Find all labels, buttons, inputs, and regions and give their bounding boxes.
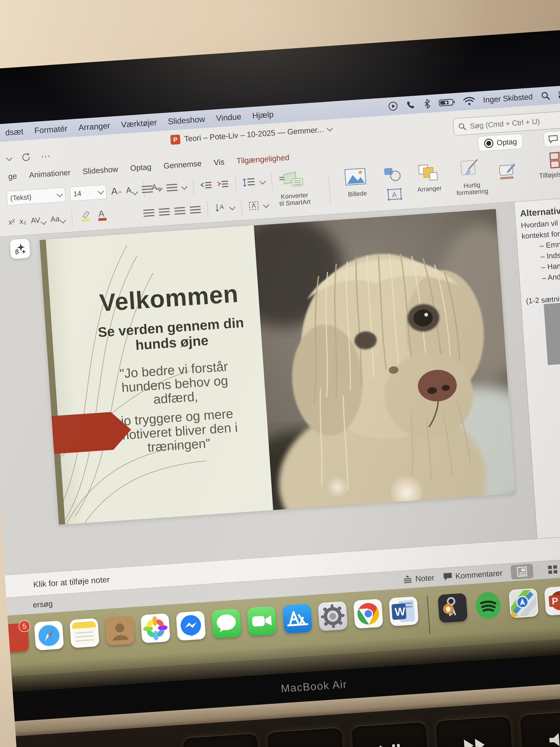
search-placeholder: Søg (Cmd + Ctrl + U) bbox=[470, 117, 540, 130]
menu-item-indsaet[interactable]: dsæt bbox=[5, 127, 24, 137]
noter-label: Noter bbox=[415, 573, 435, 584]
indent-icon[interactable] bbox=[217, 179, 229, 191]
comment-button[interactable]: K bbox=[543, 130, 560, 147]
bluetooth-icon[interactable] bbox=[423, 99, 431, 109]
tab-optag[interactable]: Optag bbox=[130, 162, 152, 173]
menu-item-formater[interactable]: Formatér bbox=[34, 124, 68, 135]
dock-app-contacts[interactable] bbox=[105, 616, 135, 646]
refresh-icon[interactable] bbox=[21, 152, 31, 163]
highlighter-icon[interactable] bbox=[79, 209, 92, 225]
dock-app-chrome[interactable] bbox=[353, 599, 383, 629]
superscript-button[interactable]: x² bbox=[8, 217, 15, 226]
dock-app-maps[interactable] bbox=[509, 588, 539, 618]
key-mute-f10[interactable]: F10 bbox=[520, 710, 560, 747]
dock-app-facetime[interactable] bbox=[247, 606, 277, 636]
tab-animationer[interactable]: Animationer bbox=[29, 168, 71, 180]
outdent-icon[interactable] bbox=[200, 180, 213, 192]
line-spacing-icon[interactable] bbox=[242, 177, 256, 189]
dock-app-app-store[interactable] bbox=[282, 603, 312, 634]
dock-app-keychain[interactable] bbox=[437, 593, 468, 623]
ink-button[interactable] bbox=[495, 162, 522, 183]
key-play-pause-f8[interactable]: F8 bbox=[351, 721, 430, 747]
menu-item-hjaelp[interactable]: Hjælp bbox=[252, 110, 274, 121]
record-label: Optag bbox=[497, 137, 517, 147]
text-placeholder-icon[interactable] bbox=[248, 201, 260, 212]
slide-sorter-button[interactable] bbox=[541, 562, 560, 577]
dock-app-word[interactable]: W bbox=[389, 596, 419, 626]
normal-view-button[interactable] bbox=[510, 564, 534, 580]
change-case-button[interactable]: Aa bbox=[50, 214, 65, 224]
record-button[interactable]: Optag bbox=[478, 133, 523, 152]
svg-text:A: A bbox=[392, 191, 397, 199]
text-direction-icon[interactable]: A bbox=[214, 203, 226, 215]
align-left-icon[interactable] bbox=[143, 209, 155, 218]
alt-text-input[interactable] bbox=[544, 300, 560, 365]
picture-icon bbox=[344, 167, 369, 188]
document-title[interactable]: Teori – Pote-Liv – 10-2025 — Gemmer... bbox=[184, 125, 324, 144]
designer-button[interactable] bbox=[10, 239, 30, 259]
bullet-list-icon[interactable] bbox=[142, 185, 153, 195]
tab-tilgaengelighed[interactable]: Tilgængelighed bbox=[236, 153, 290, 165]
convert-to-smartart-button[interactable]: Konvertertil SmartArt bbox=[269, 170, 319, 208]
grow-font-button[interactable]: A^ bbox=[111, 185, 122, 197]
control-center-icon[interactable] bbox=[558, 90, 560, 100]
shapes-icon bbox=[382, 165, 404, 184]
dock-app-mail-partial[interactable]: 5 bbox=[0, 623, 29, 653]
font-color-icon[interactable]: A bbox=[96, 208, 109, 223]
character-spacing-button[interactable]: AV bbox=[31, 215, 46, 225]
notes-lines-icon bbox=[403, 575, 413, 584]
align-right-icon[interactable] bbox=[174, 207, 186, 216]
dock-app-settings[interactable] bbox=[318, 601, 348, 631]
dock-app-photos[interactable] bbox=[140, 613, 170, 643]
play-pause-icon bbox=[378, 742, 403, 747]
subscript-button[interactable]: x₂ bbox=[19, 217, 26, 226]
dock-app-safari[interactable] bbox=[34, 620, 64, 650]
key-fast-forward-f9[interactable]: F9 bbox=[436, 716, 514, 747]
shrink-font-button[interactable]: A bbox=[126, 185, 137, 195]
wifi-icon[interactable] bbox=[463, 96, 475, 106]
notes-placeholder: Klik for at tilføje noter bbox=[33, 575, 110, 589]
dock-app-messages[interactable] bbox=[211, 609, 241, 639]
tab-slideshow[interactable]: Slideshow bbox=[82, 165, 118, 176]
ellipsis-icon[interactable]: ⋯ bbox=[40, 150, 52, 162]
menubar-username[interactable]: Inger Skibsted bbox=[483, 92, 533, 104]
noter-button[interactable]: Noter bbox=[403, 573, 435, 584]
quick-styles-button[interactable]: Hurtigformatering bbox=[449, 158, 494, 197]
svg-text:A: A bbox=[98, 209, 105, 219]
shapes-button[interactable]: A bbox=[379, 165, 409, 203]
menu-item-slideshow[interactable]: Slideshow bbox=[167, 114, 205, 126]
justify-icon[interactable] bbox=[190, 206, 201, 215]
font-size-select[interactable]: 14 bbox=[70, 184, 107, 201]
tab-gennemse[interactable]: Gennemse bbox=[163, 159, 202, 171]
play-circle-icon[interactable] bbox=[388, 101, 398, 111]
key-rewind-f7[interactable]: F7 bbox=[267, 727, 345, 747]
dock-app-messenger[interactable] bbox=[176, 611, 206, 641]
menu-item-arranger[interactable]: Arranger bbox=[78, 121, 110, 132]
numbered-list-icon[interactable] bbox=[166, 184, 178, 193]
dock-app-powerpoint[interactable]: P bbox=[544, 586, 560, 616]
chevron-down-icon[interactable] bbox=[327, 125, 333, 132]
dock-app-notes[interactable] bbox=[70, 618, 100, 648]
tab-overgange-partial[interactable]: ge bbox=[8, 172, 17, 181]
insert-picture-button[interactable]: Billede bbox=[336, 166, 378, 199]
tab-vis[interactable]: Vis bbox=[213, 157, 224, 167]
slide-text-panel: Velkommen Se verden gennem dinhunds øjne… bbox=[39, 226, 273, 525]
speaker-icon bbox=[547, 729, 560, 747]
phone-icon[interactable] bbox=[405, 100, 416, 110]
font-name-select[interactable]: (Tekst) bbox=[6, 187, 66, 206]
slide-canvas[interactable]: Velkommen Se verden gennem dinhunds øjne… bbox=[39, 209, 515, 525]
menu-item-vindue[interactable]: Vindue bbox=[216, 112, 241, 123]
add-ins-grid-icon[interactable] bbox=[548, 150, 560, 171]
search-icon[interactable] bbox=[540, 91, 550, 101]
dog-photo[interactable] bbox=[254, 209, 515, 510]
notification-badge: 5 bbox=[18, 620, 31, 632]
dock-app-spotify[interactable] bbox=[473, 591, 503, 621]
kommentarer-button[interactable]: Kommentarer bbox=[443, 569, 503, 582]
chevron-down-icon[interactable] bbox=[6, 155, 12, 161]
comment-bubble-icon bbox=[443, 572, 453, 582]
key-moon[interactable] bbox=[183, 733, 261, 747]
menu-item-vaerktojer[interactable]: Værktøjer bbox=[121, 118, 157, 129]
battery-charging-icon[interactable] bbox=[438, 98, 455, 107]
arrange-button[interactable]: Arranger bbox=[409, 161, 448, 194]
align-center-icon[interactable] bbox=[159, 208, 170, 217]
